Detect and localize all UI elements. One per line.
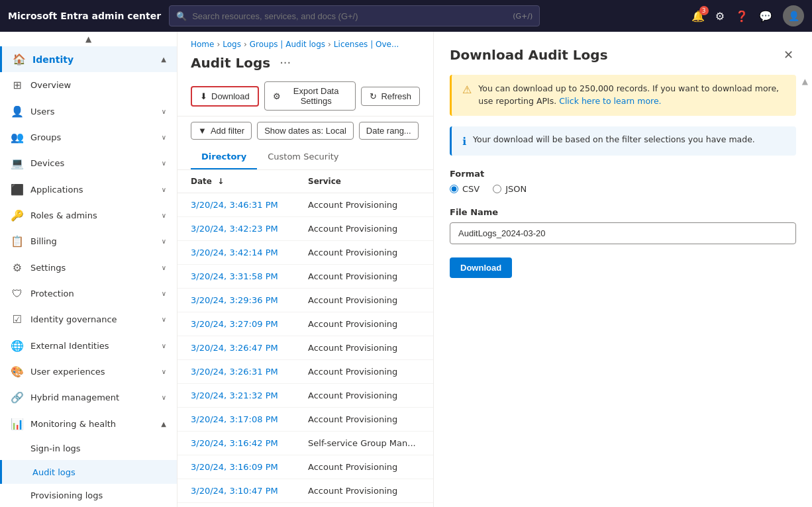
- breadcrumb-groups-audit[interactable]: Groups | Audit logs: [250, 40, 325, 49]
- table-cell-service: Account Provisioning: [295, 408, 433, 432]
- table-cell-service: Account Provisioning: [295, 265, 433, 289]
- sidebar-label-settings: Settings: [30, 263, 66, 273]
- filename-label: File Name: [450, 207, 796, 217]
- table-cell-date[interactable]: 3/20/24, 3:16:09 PM: [178, 455, 295, 479]
- page-title: Audit Logs: [191, 55, 270, 71]
- table-cell-date[interactable]: 3/20/24, 3:46:31 PM: [178, 193, 295, 217]
- sidebar-item-applications[interactable]: ⬛ Applications ∨: [0, 177, 177, 203]
- table-row: 3/20/24, 3:42:23 PMAccount Provisioning: [178, 217, 433, 241]
- panel-scroll-up: ▲: [802, 77, 808, 86]
- sidebar-item-groups[interactable]: 👥 Groups ∨: [0, 124, 177, 150]
- format-csv-radio[interactable]: [450, 185, 458, 193]
- sidebar-sub-provisioning-logs[interactable]: Provisioning logs: [0, 484, 177, 507]
- table-cell-date[interactable]: 3/20/24, 3:29:36 PM: [178, 289, 295, 312]
- sidebar-scroll-up[interactable]: ▲: [0, 32, 177, 46]
- sidebar-item-billing[interactable]: 📋 Billing ∨: [0, 228, 177, 254]
- billing-icon: 📋: [11, 235, 24, 248]
- table-cell-date[interactable]: 3/20/24, 3:31:58 PM: [178, 265, 295, 289]
- applications-chevron: ∨: [162, 186, 166, 193]
- table-cell-date[interactable]: 3/20/24, 3:17:08 PM: [178, 408, 295, 432]
- table-row: 3/20/24, 3:16:09 PMAccount Provisioning: [178, 455, 433, 479]
- sidebar-item-monitoring[interactable]: 📊 Monitoring & health ▲: [0, 411, 177, 437]
- download-icon: ⬇: [200, 91, 207, 101]
- alert-link[interactable]: Click here to learn more.: [559, 96, 661, 106]
- table-cell-date[interactable]: 3/20/24, 3:10:47 PM: [178, 479, 295, 503]
- search-shortcut: (G+/): [513, 12, 533, 21]
- groups-chevron: ∨: [162, 134, 166, 141]
- page-more-button[interactable]: ···: [276, 54, 295, 71]
- settings-chevron: ∨: [162, 264, 166, 271]
- table-cell-date[interactable]: 3/20/24, 3:16:42 PM: [178, 432, 295, 455]
- sidebar-label-hybrid: Hybrid management: [30, 392, 119, 402]
- table-cell-date[interactable]: 3/20/24, 3:26:47 PM: [178, 336, 295, 360]
- sidebar-item-user-experiences[interactable]: 🎨 User experiences ∨: [0, 359, 177, 385]
- panel-download-button[interactable]: Download: [450, 257, 512, 278]
- panel-header: Download Audit Logs ✕: [434, 32, 812, 75]
- export-button[interactable]: ⚙ Export Data Settings: [264, 81, 356, 111]
- sidebar-item-identity[interactable]: 🏠 Identity ▲: [0, 46, 177, 72]
- col-service[interactable]: Service: [295, 170, 433, 193]
- sidebar-item-users[interactable]: 👤 Users ∨: [0, 99, 177, 124]
- breadcrumb-logs[interactable]: Logs: [223, 40, 241, 49]
- tab-custom-security[interactable]: Custom Security: [257, 145, 349, 169]
- sidebar-label-groups: Groups: [30, 132, 61, 142]
- table-cell-service: Account Provisioning: [295, 241, 433, 265]
- sidebar-item-devices[interactable]: 💻 Devices ∨: [0, 150, 177, 176]
- tab-directory[interactable]: Directory: [191, 145, 257, 169]
- sidebar-item-hybrid[interactable]: 🔗 Hybrid management ∨: [0, 385, 177, 410]
- sidebar-sub-audit-logs[interactable]: Audit logs: [0, 460, 177, 483]
- sidebar-label-users: Users: [30, 107, 54, 116]
- sidebar-label-billing: Billing: [30, 236, 57, 246]
- sidebar-item-roles[interactable]: 🔑 Roles & admins ∨: [0, 203, 177, 228]
- show-dates-button[interactable]: Show dates as: Local: [257, 122, 354, 140]
- export-icon: ⚙: [273, 91, 281, 101]
- monitoring-icon: 📊: [11, 417, 24, 430]
- show-dates-label: Show dates as: Local: [264, 126, 346, 136]
- info-text: Your download will be based on the filte…: [473, 134, 755, 148]
- filename-input[interactable]: [450, 222, 796, 244]
- sidebar-item-overview[interactable]: ⊞ Overview: [0, 72, 177, 98]
- format-json-radio[interactable]: [493, 185, 501, 193]
- format-csv-option[interactable]: CSV: [450, 184, 480, 194]
- avatar[interactable]: 👤: [783, 5, 804, 26]
- monitoring-chevron: ▲: [161, 420, 166, 428]
- page-header: Audit Logs ···: [178, 49, 433, 76]
- sidebar-item-identity-governance[interactable]: ☑ Identity governance ∨: [0, 306, 177, 332]
- search-input[interactable]: [192, 11, 513, 21]
- table-row: 3/20/24, 3:27:09 PMAccount Provisioning: [178, 312, 433, 336]
- identity-icon: 🏠: [13, 53, 26, 66]
- col-date[interactable]: Date ↓: [178, 170, 295, 193]
- overview-icon: ⊞: [11, 79, 24, 92]
- add-filter-button[interactable]: ▼ Add filter: [191, 122, 252, 140]
- protection-icon: 🛡: [11, 287, 24, 300]
- notifications-icon[interactable]: 🔔 3: [691, 10, 705, 23]
- table-cell-date[interactable]: 3/20/24, 3:21:32 PM: [178, 384, 295, 408]
- sidebar-label-roles: Roles & admins: [30, 210, 97, 220]
- sidebar-label-protection: Protection: [30, 289, 74, 299]
- table-row: 3/20/24, 3:31:58 PMAccount Provisioning: [178, 265, 433, 289]
- help-icon[interactable]: ❓: [735, 10, 748, 23]
- sign-in-logs-label: Sign-in logs: [30, 443, 81, 453]
- date-range-button[interactable]: Date rang...: [359, 122, 419, 140]
- hybrid-icon: 🔗: [11, 391, 24, 404]
- table-cell-date[interactable]: 3/20/24, 3:42:14 PM: [178, 241, 295, 265]
- sidebar-sub-sign-in-logs[interactable]: Sign-in logs: [0, 437, 177, 460]
- table-cell-date[interactable]: 3/20/24, 3:26:31 PM: [178, 360, 295, 384]
- settings-icon[interactable]: ⚙: [715, 10, 725, 23]
- format-json-option[interactable]: JSON: [493, 184, 527, 194]
- table-cell-date[interactable]: 3/20/24, 3:42:23 PM: [178, 217, 295, 241]
- feedback-icon[interactable]: 💬: [759, 10, 772, 23]
- table-container: Date ↓ Service 3/20/24, 3:46:31 PMAccoun…: [178, 170, 433, 503]
- download-button[interactable]: ⬇ Download: [191, 86, 259, 107]
- search-bar[interactable]: 🔍 (G+/): [169, 5, 540, 26]
- sidebar-item-protection[interactable]: 🛡 Protection ∨: [0, 281, 177, 306]
- ux-chevron: ∨: [162, 368, 166, 375]
- sidebar-item-settings[interactable]: ⚙ Settings ∨: [0, 255, 177, 281]
- date-range-label: Date rang...: [366, 126, 411, 136]
- breadcrumb-licenses[interactable]: Licenses | Ove...: [334, 40, 399, 49]
- panel-close-button[interactable]: ✕: [781, 45, 796, 64]
- sidebar-item-external[interactable]: 🌐 External Identities ∨: [0, 333, 177, 359]
- refresh-button[interactable]: ↻ Refresh: [361, 87, 420, 106]
- table-cell-date[interactable]: 3/20/24, 3:27:09 PM: [178, 312, 295, 336]
- breadcrumb-home[interactable]: Home: [191, 40, 214, 49]
